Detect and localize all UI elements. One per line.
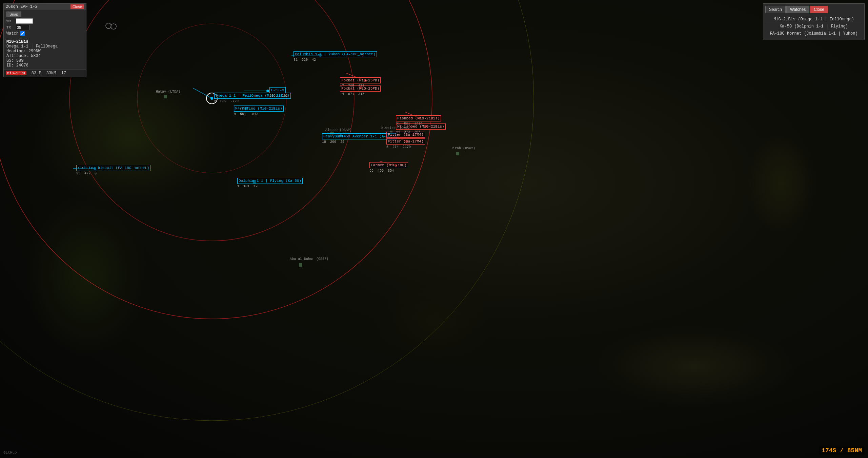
aircraft-info-panel: 26sqn EAF 1-2 Close Snap WR TR Watch MiG…	[3, 3, 86, 77]
watch-item-1[interactable]: Ka-50 (Dolphin 1-1 | Flying)	[766, 23, 862, 30]
enemy-dist: 33NM	[46, 71, 56, 76]
aircraft-altitude: Altitude: 5834	[6, 54, 83, 58]
aircraft-heading: Heading: 299NW	[6, 49, 83, 54]
aircraft-gs: GS: 589	[6, 58, 83, 63]
watch-label: Watch	[6, 31, 19, 36]
watch-list: MiG-21Bis (Omega 1-1 | FellOmega) Ka-50 …	[763, 15, 864, 40]
watches-panel: Search Watches Close MiG-21Bis (Omega 1-…	[763, 3, 865, 40]
tr-label: TR	[6, 25, 16, 30]
threat-info: MiG-25PD 83 E 33NM 17	[4, 70, 86, 77]
watch-item-2[interactable]: FA-18C_hornet (Columbia 1-1 | Yukon)	[766, 30, 862, 37]
coords-text: 174S / 85NM	[822, 447, 862, 454]
watch-checkbox[interactable]	[20, 31, 25, 36]
aircraft-flight: Omega 1-1 | FellOmega	[6, 44, 83, 49]
wr-input[interactable]	[16, 18, 33, 24]
panel-title-bar: 26sqn EAF 1-2 Close	[4, 4, 86, 10]
enemy-num: 17	[61, 71, 66, 76]
enemy-type: MiG-25PD	[6, 71, 26, 75]
watch-item-0[interactable]: MiG-21Bis (Omega 1-1 | FellOmega)	[766, 16, 862, 23]
tr-header: Search Watches Close	[763, 4, 864, 15]
aircraft-name: MiG-21Bis	[6, 39, 83, 44]
snap-button[interactable]: Snap	[6, 12, 21, 17]
coordinates-display: 174S / 85NM	[819, 446, 865, 455]
aircraft-details: MiG-21Bis Omega 1-1 | FellOmega Heading:…	[4, 38, 86, 70]
tr-input[interactable]	[16, 25, 29, 30]
map-background	[0, 0, 868, 458]
aircraft-id: ID: 24076	[6, 63, 83, 68]
terrain-overlay	[0, 0, 868, 458]
panel-close-button[interactable]: Close	[70, 4, 84, 9]
tr-close-button[interactable]: Close	[810, 6, 828, 13]
panel-title-text: 26sqn EAF 1-2	[6, 4, 38, 9]
watches-button[interactable]: Watches	[786, 6, 809, 13]
enemy-bearing: 83 E	[32, 71, 41, 76]
wr-label: WR	[6, 19, 16, 23]
search-button[interactable]: Search	[765, 6, 786, 13]
github-label: GitHub	[3, 451, 17, 455]
